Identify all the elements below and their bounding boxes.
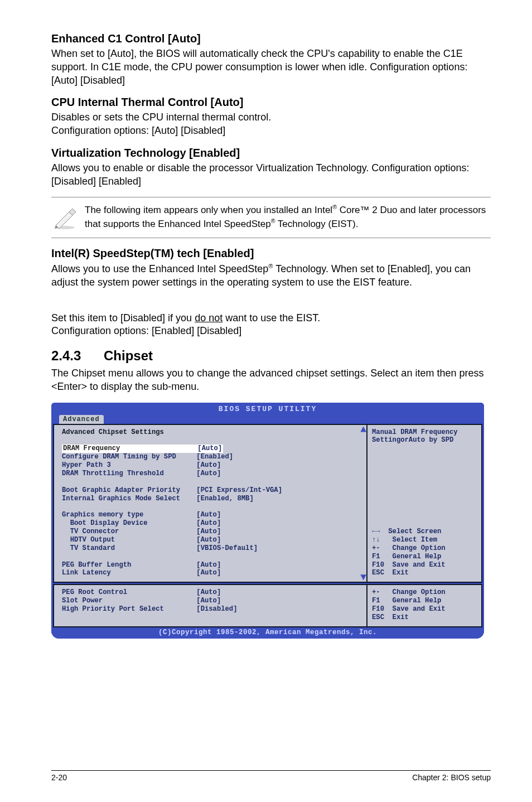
bios-copyright: (C)Copyright 1985-2002, American Megatre… bbox=[51, 627, 484, 639]
bios-setting-row: PEG Root Control [Auto] bbox=[62, 588, 359, 597]
bios-setting-row: HDTV Output [Auto] bbox=[62, 536, 359, 544]
para-chipset: The Chipset menu allows you to change th… bbox=[51, 367, 491, 394]
para-enhanced-c1: When set to [Auto], the BIOS will automa… bbox=[51, 47, 491, 87]
bios-tab-advanced: Advanced bbox=[59, 415, 104, 424]
page-number: 2-20 bbox=[51, 773, 67, 782]
bios-nav-keys-top: ←→ Select Screen ↑↓ Select Item +- Chang… bbox=[372, 528, 477, 577]
bios-title: BIOS SETUP UTILITY bbox=[51, 403, 484, 413]
bios-setting-row: Link Latency [Auto] bbox=[62, 569, 359, 577]
bios-setting-row: Boot Display Device [Auto] bbox=[62, 519, 359, 528]
bios-setting-row: Graphics memory type [Auto] bbox=[62, 511, 359, 519]
bios-left-pane-2: PEG Root Control [Auto]Slot Power [Auto]… bbox=[53, 584, 366, 627]
bios-setting-row: PEG Buffer Length [Auto] bbox=[62, 561, 359, 569]
scroll-up-icon: ▲ bbox=[360, 424, 366, 435]
bios-setting-row: High Priority Port Select [Disabled] bbox=[62, 605, 359, 613]
bios-setting-row bbox=[62, 553, 359, 561]
note-text: The following item appears only when you… bbox=[85, 203, 489, 230]
page-footer: 2-20 Chapter 2: BIOS setup bbox=[51, 770, 491, 782]
bios-left-pane: ▲ Advanced Chipset Settings DRAM Frequen… bbox=[53, 424, 366, 583]
bios-right-pane: Manual DRAM Frequency SettingorAuto by S… bbox=[366, 424, 482, 583]
bios-setting-row: Internal Graphics Mode Select [Enabled, … bbox=[62, 495, 359, 503]
para-speedstep-1: Allows you to use the Enhanced Intel Spe… bbox=[51, 262, 491, 289]
bios-setting-row bbox=[62, 478, 359, 486]
para-cpu-thermal: Disables or sets the CPU internal therma… bbox=[51, 111, 491, 138]
chapter-title: Chapter 2: BIOS setup bbox=[412, 773, 491, 782]
para-virtualization: Allows you to enable or disable the proc… bbox=[51, 162, 491, 189]
heading-enhanced-c1: Enhanced C1 Control [Auto] bbox=[51, 32, 491, 45]
bios-nav-keys-bottom: +- Change Option F1 General Help F10 Sav… bbox=[372, 588, 477, 622]
bios-setting-row: TV Standard [VBIOS-Default] bbox=[62, 544, 359, 553]
scroll-down-icon: ▼ bbox=[360, 572, 366, 583]
para-speedstep-2: Set this item to [Disabled] if you do no… bbox=[51, 298, 491, 338]
bios-setting-row: Hyper Path 3 [Auto] bbox=[62, 461, 359, 470]
bios-heading: Advanced Chipset Settings bbox=[62, 428, 359, 437]
bios-screenshot: BIOS SETUP UTILITY Advanced ▲ Advanced C… bbox=[51, 403, 484, 639]
heading-speedstep: Intel(R) SpeedStep(TM) tech [Enabled] bbox=[51, 247, 491, 260]
note-box: The following item appears only when you… bbox=[51, 197, 491, 238]
bios-setting-row: DRAM Throttling Threshold [Auto] bbox=[62, 470, 359, 478]
heading-chipset: 2.4.3Chipset bbox=[51, 348, 491, 364]
bios-setting-row: Slot Power [Auto] bbox=[62, 597, 359, 605]
bios-right-pane-2: +- Change Option F1 General Help F10 Sav… bbox=[366, 584, 482, 627]
bios-setting-row: DRAM Frequency [Auto] bbox=[62, 445, 359, 453]
bios-help-text: Manual DRAM Frequency SettingorAuto by S… bbox=[372, 428, 477, 445]
bios-setting-row: TV Connector [Auto] bbox=[62, 528, 359, 536]
pencil-icon bbox=[51, 203, 85, 232]
bios-setting-row: Boot Graphic Adapter Priority [PCI Expre… bbox=[62, 486, 359, 495]
heading-virtualization: Virtualization Technology [Enabled] bbox=[51, 147, 491, 160]
heading-cpu-thermal: CPU Internal Thermal Control [Auto] bbox=[51, 96, 491, 109]
bios-setting-row: Configure DRAM Timing by SPD [Enabled] bbox=[62, 453, 359, 461]
bios-setting-row bbox=[62, 503, 359, 511]
